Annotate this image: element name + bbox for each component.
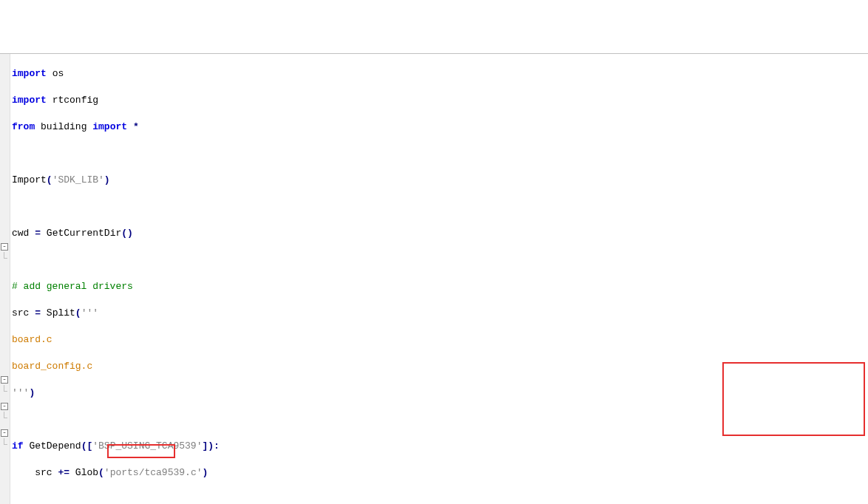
code-editor[interactable]: - - - - import os import rtconfig from b… [0,53,868,504]
kw-if: if [12,440,24,452]
fold-toggle[interactable]: - [1,403,8,410]
fold-toggle[interactable]: - [1,243,8,251]
id-rtconfig: rtconfig [52,95,98,106]
fold-toggle[interactable]: - [1,429,8,437]
str-sdklib: 'SDK_LIB' [52,174,104,185]
id-os: os [52,68,64,79]
fold-gutter: - - - - [0,54,10,504]
kw-import: import [12,95,47,106]
kw-import: import [12,68,47,79]
call-import: Import [12,174,47,185]
code-content[interactable]: import os import rtconfig from building … [10,54,868,504]
fold-toggle[interactable]: - [1,376,8,384]
kw-from: from [12,121,35,132]
kw-import: import [92,121,127,132]
str-boardc: board.c [12,334,52,345]
op-star: * [133,121,139,132]
comment: # add general drivers [12,281,133,292]
str-boardconfig: board_config.c [12,361,92,372]
id-building: building [41,121,87,132]
